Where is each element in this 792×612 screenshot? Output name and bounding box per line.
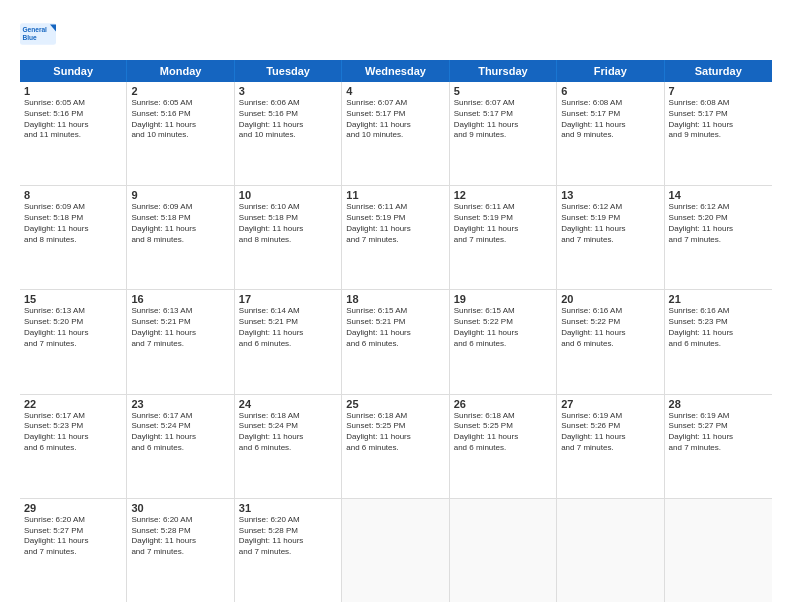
calendar-cell: 7Sunrise: 6:08 AM Sunset: 5:17 PM Daylig… — [665, 82, 772, 185]
calendar-cell: 14Sunrise: 6:12 AM Sunset: 5:20 PM Dayli… — [665, 186, 772, 289]
day-number: 23 — [131, 398, 229, 410]
page: General Blue SundayMondayTuesdayWednesda… — [0, 0, 792, 612]
calendar-header-cell: Thursday — [450, 60, 557, 82]
day-number: 11 — [346, 189, 444, 201]
cell-info: Sunrise: 6:18 AM Sunset: 5:24 PM Dayligh… — [239, 411, 337, 454]
calendar-cell: 16Sunrise: 6:13 AM Sunset: 5:21 PM Dayli… — [127, 290, 234, 393]
calendar-cell: 8Sunrise: 6:09 AM Sunset: 5:18 PM Daylig… — [20, 186, 127, 289]
calendar-cell: 10Sunrise: 6:10 AM Sunset: 5:18 PM Dayli… — [235, 186, 342, 289]
calendar-cell: 1Sunrise: 6:05 AM Sunset: 5:16 PM Daylig… — [20, 82, 127, 185]
cell-info: Sunrise: 6:12 AM Sunset: 5:20 PM Dayligh… — [669, 202, 768, 245]
calendar-cell: 25Sunrise: 6:18 AM Sunset: 5:25 PM Dayli… — [342, 395, 449, 498]
calendar-header-cell: Sunday — [20, 60, 127, 82]
day-number: 24 — [239, 398, 337, 410]
calendar-body: 1Sunrise: 6:05 AM Sunset: 5:16 PM Daylig… — [20, 82, 772, 602]
day-number: 16 — [131, 293, 229, 305]
cell-info: Sunrise: 6:09 AM Sunset: 5:18 PM Dayligh… — [24, 202, 122, 245]
calendar-cell: 20Sunrise: 6:16 AM Sunset: 5:22 PM Dayli… — [557, 290, 664, 393]
cell-info: Sunrise: 6:16 AM Sunset: 5:23 PM Dayligh… — [669, 306, 768, 349]
day-number: 19 — [454, 293, 552, 305]
cell-info: Sunrise: 6:13 AM Sunset: 5:21 PM Dayligh… — [131, 306, 229, 349]
calendar-row: 8Sunrise: 6:09 AM Sunset: 5:18 PM Daylig… — [20, 186, 772, 290]
calendar-row: 1Sunrise: 6:05 AM Sunset: 5:16 PM Daylig… — [20, 82, 772, 186]
day-number: 31 — [239, 502, 337, 514]
calendar-cell: 28Sunrise: 6:19 AM Sunset: 5:27 PM Dayli… — [665, 395, 772, 498]
calendar-cell: 21Sunrise: 6:16 AM Sunset: 5:23 PM Dayli… — [665, 290, 772, 393]
cell-info: Sunrise: 6:11 AM Sunset: 5:19 PM Dayligh… — [454, 202, 552, 245]
cell-info: Sunrise: 6:17 AM Sunset: 5:23 PM Dayligh… — [24, 411, 122, 454]
day-number: 1 — [24, 85, 122, 97]
svg-text:Blue: Blue — [22, 34, 37, 41]
calendar-cell: 29Sunrise: 6:20 AM Sunset: 5:27 PM Dayli… — [20, 499, 127, 602]
cell-info: Sunrise: 6:20 AM Sunset: 5:28 PM Dayligh… — [131, 515, 229, 558]
calendar-cell: 30Sunrise: 6:20 AM Sunset: 5:28 PM Dayli… — [127, 499, 234, 602]
cell-info: Sunrise: 6:15 AM Sunset: 5:21 PM Dayligh… — [346, 306, 444, 349]
calendar-cell — [450, 499, 557, 602]
logo-svg: General Blue — [20, 16, 56, 52]
cell-info: Sunrise: 6:20 AM Sunset: 5:27 PM Dayligh… — [24, 515, 122, 558]
cell-info: Sunrise: 6:17 AM Sunset: 5:24 PM Dayligh… — [131, 411, 229, 454]
cell-info: Sunrise: 6:09 AM Sunset: 5:18 PM Dayligh… — [131, 202, 229, 245]
day-number: 18 — [346, 293, 444, 305]
day-number: 3 — [239, 85, 337, 97]
cell-info: Sunrise: 6:08 AM Sunset: 5:17 PM Dayligh… — [561, 98, 659, 141]
cell-info: Sunrise: 6:13 AM Sunset: 5:20 PM Dayligh… — [24, 306, 122, 349]
day-number: 26 — [454, 398, 552, 410]
calendar-header-cell: Friday — [557, 60, 664, 82]
cell-info: Sunrise: 6:10 AM Sunset: 5:18 PM Dayligh… — [239, 202, 337, 245]
cell-info: Sunrise: 6:18 AM Sunset: 5:25 PM Dayligh… — [346, 411, 444, 454]
day-number: 17 — [239, 293, 337, 305]
calendar-row: 29Sunrise: 6:20 AM Sunset: 5:27 PM Dayli… — [20, 499, 772, 602]
calendar: SundayMondayTuesdayWednesdayThursdayFrid… — [20, 60, 772, 602]
day-number: 28 — [669, 398, 768, 410]
calendar-cell: 23Sunrise: 6:17 AM Sunset: 5:24 PM Dayli… — [127, 395, 234, 498]
calendar-cell — [342, 499, 449, 602]
cell-info: Sunrise: 6:11 AM Sunset: 5:19 PM Dayligh… — [346, 202, 444, 245]
calendar-cell: 24Sunrise: 6:18 AM Sunset: 5:24 PM Dayli… — [235, 395, 342, 498]
day-number: 12 — [454, 189, 552, 201]
day-number: 10 — [239, 189, 337, 201]
calendar-cell: 4Sunrise: 6:07 AM Sunset: 5:17 PM Daylig… — [342, 82, 449, 185]
calendar-cell: 12Sunrise: 6:11 AM Sunset: 5:19 PM Dayli… — [450, 186, 557, 289]
day-number: 25 — [346, 398, 444, 410]
calendar-header-cell: Wednesday — [342, 60, 449, 82]
calendar-cell: 17Sunrise: 6:14 AM Sunset: 5:21 PM Dayli… — [235, 290, 342, 393]
day-number: 8 — [24, 189, 122, 201]
day-number: 27 — [561, 398, 659, 410]
calendar-header-cell: Saturday — [665, 60, 772, 82]
day-number: 7 — [669, 85, 768, 97]
day-number: 14 — [669, 189, 768, 201]
calendar-cell: 18Sunrise: 6:15 AM Sunset: 5:21 PM Dayli… — [342, 290, 449, 393]
cell-info: Sunrise: 6:05 AM Sunset: 5:16 PM Dayligh… — [24, 98, 122, 141]
calendar-cell: 5Sunrise: 6:07 AM Sunset: 5:17 PM Daylig… — [450, 82, 557, 185]
day-number: 21 — [669, 293, 768, 305]
calendar-cell — [665, 499, 772, 602]
day-number: 13 — [561, 189, 659, 201]
cell-info: Sunrise: 6:19 AM Sunset: 5:27 PM Dayligh… — [669, 411, 768, 454]
calendar-header: SundayMondayTuesdayWednesdayThursdayFrid… — [20, 60, 772, 82]
calendar-cell: 11Sunrise: 6:11 AM Sunset: 5:19 PM Dayli… — [342, 186, 449, 289]
cell-info: Sunrise: 6:07 AM Sunset: 5:17 PM Dayligh… — [346, 98, 444, 141]
calendar-cell: 9Sunrise: 6:09 AM Sunset: 5:18 PM Daylig… — [127, 186, 234, 289]
calendar-cell: 3Sunrise: 6:06 AM Sunset: 5:16 PM Daylig… — [235, 82, 342, 185]
cell-info: Sunrise: 6:16 AM Sunset: 5:22 PM Dayligh… — [561, 306, 659, 349]
calendar-cell: 27Sunrise: 6:19 AM Sunset: 5:26 PM Dayli… — [557, 395, 664, 498]
day-number: 9 — [131, 189, 229, 201]
cell-info: Sunrise: 6:20 AM Sunset: 5:28 PM Dayligh… — [239, 515, 337, 558]
calendar-cell: 31Sunrise: 6:20 AM Sunset: 5:28 PM Dayli… — [235, 499, 342, 602]
calendar-cell: 26Sunrise: 6:18 AM Sunset: 5:25 PM Dayli… — [450, 395, 557, 498]
svg-text:General: General — [22, 26, 47, 33]
day-number: 22 — [24, 398, 122, 410]
cell-info: Sunrise: 6:15 AM Sunset: 5:22 PM Dayligh… — [454, 306, 552, 349]
cell-info: Sunrise: 6:06 AM Sunset: 5:16 PM Dayligh… — [239, 98, 337, 141]
cell-info: Sunrise: 6:19 AM Sunset: 5:26 PM Dayligh… — [561, 411, 659, 454]
cell-info: Sunrise: 6:18 AM Sunset: 5:25 PM Dayligh… — [454, 411, 552, 454]
calendar-cell: 6Sunrise: 6:08 AM Sunset: 5:17 PM Daylig… — [557, 82, 664, 185]
cell-info: Sunrise: 6:12 AM Sunset: 5:19 PM Dayligh… — [561, 202, 659, 245]
calendar-cell: 15Sunrise: 6:13 AM Sunset: 5:20 PM Dayli… — [20, 290, 127, 393]
cell-info: Sunrise: 6:14 AM Sunset: 5:21 PM Dayligh… — [239, 306, 337, 349]
day-number: 2 — [131, 85, 229, 97]
calendar-cell: 22Sunrise: 6:17 AM Sunset: 5:23 PM Dayli… — [20, 395, 127, 498]
day-number: 6 — [561, 85, 659, 97]
day-number: 4 — [346, 85, 444, 97]
